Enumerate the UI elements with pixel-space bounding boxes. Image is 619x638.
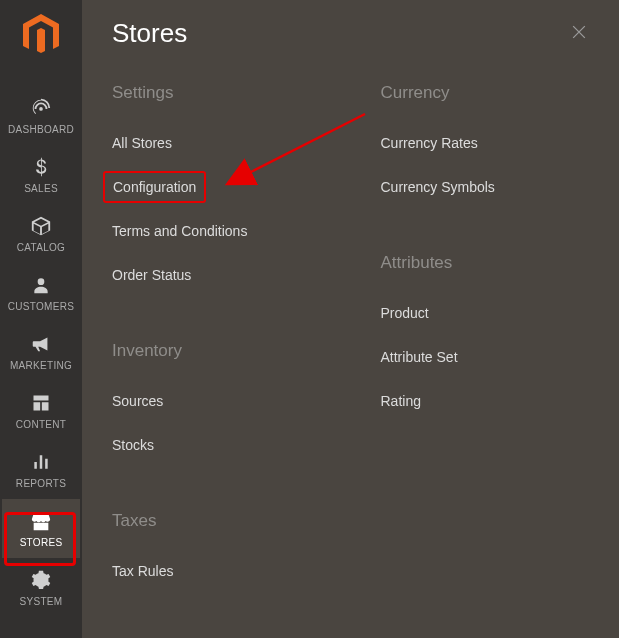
link-configuration[interactable]: Configuration — [103, 171, 206, 203]
link-currency-rates[interactable]: Currency Rates — [381, 125, 590, 161]
section-title: Attributes — [381, 253, 590, 273]
section-settings: Settings All Stores Configuration Terms … — [112, 83, 321, 293]
gear-icon — [31, 568, 51, 592]
megaphone-icon — [30, 332, 52, 356]
close-icon — [569, 22, 589, 42]
left-column: Settings All Stores Configuration Terms … — [112, 83, 321, 637]
link-attribute-set[interactable]: Attribute Set — [381, 339, 590, 375]
nav-label: System — [20, 596, 63, 607]
nav-dashboard[interactable]: Dashboard — [2, 86, 80, 145]
logo[interactable] — [23, 14, 59, 60]
nav-catalog[interactable]: Catalog — [2, 204, 80, 263]
box-icon — [30, 214, 52, 238]
section-title: Settings — [112, 83, 321, 103]
nav-stores[interactable]: Stores — [2, 499, 80, 558]
main-sidebar: Dashboard Sales Catalog Customers Market… — [0, 0, 82, 638]
panel-title: Stores — [112, 18, 187, 49]
section-inventory: Inventory Sources Stocks — [112, 341, 321, 463]
link-terms-and-conditions[interactable]: Terms and Conditions — [112, 213, 321, 249]
person-icon — [31, 273, 51, 297]
nav-label: Dashboard — [8, 124, 74, 135]
nav-label: Customers — [8, 301, 74, 312]
section-title: Currency — [381, 83, 590, 103]
link-currency-symbols[interactable]: Currency Symbols — [381, 169, 590, 205]
nav-label: Content — [16, 419, 66, 430]
link-tax-rules[interactable]: Tax Rules — [112, 553, 321, 589]
stores-panel: Stores Settings All Stores Configuration… — [82, 0, 619, 638]
section-title: Taxes — [112, 511, 321, 531]
nav-label: Stores — [20, 537, 63, 548]
nav-label: Catalog — [17, 242, 65, 253]
panel-header: Stores — [112, 18, 589, 49]
magento-logo-icon — [23, 14, 59, 56]
link-product[interactable]: Product — [381, 295, 590, 331]
layout-icon — [31, 391, 51, 415]
nav-sales[interactable]: Sales — [2, 145, 80, 204]
nav-system[interactable]: System — [2, 558, 80, 617]
right-column: Currency Currency Rates Currency Symbols… — [381, 83, 590, 637]
panel-columns: Settings All Stores Configuration Terms … — [112, 83, 589, 637]
section-attributes: Attributes Product Attribute Set Rating — [381, 253, 590, 419]
section-currency: Currency Currency Rates Currency Symbols — [381, 83, 590, 205]
nav-content[interactable]: Content — [2, 381, 80, 440]
nav-label: Marketing — [10, 360, 72, 371]
nav-label: Reports — [16, 478, 66, 489]
close-button[interactable] — [569, 22, 589, 46]
link-all-stores[interactable]: All Stores — [112, 125, 321, 161]
nav-reports[interactable]: Reports — [2, 440, 80, 499]
store-icon — [30, 509, 52, 533]
nav-customers[interactable]: Customers — [2, 263, 80, 322]
dollar-icon — [31, 155, 51, 179]
link-order-status[interactable]: Order Status — [112, 257, 321, 293]
section-title: Inventory — [112, 341, 321, 361]
link-stocks[interactable]: Stocks — [112, 427, 321, 463]
section-taxes: Taxes Tax Rules — [112, 511, 321, 589]
nav-label: Sales — [24, 183, 58, 194]
link-rating[interactable]: Rating — [381, 383, 590, 419]
dashboard-icon — [30, 96, 52, 120]
link-sources[interactable]: Sources — [112, 383, 321, 419]
bar-chart-icon — [31, 450, 51, 474]
nav-marketing[interactable]: Marketing — [2, 322, 80, 381]
